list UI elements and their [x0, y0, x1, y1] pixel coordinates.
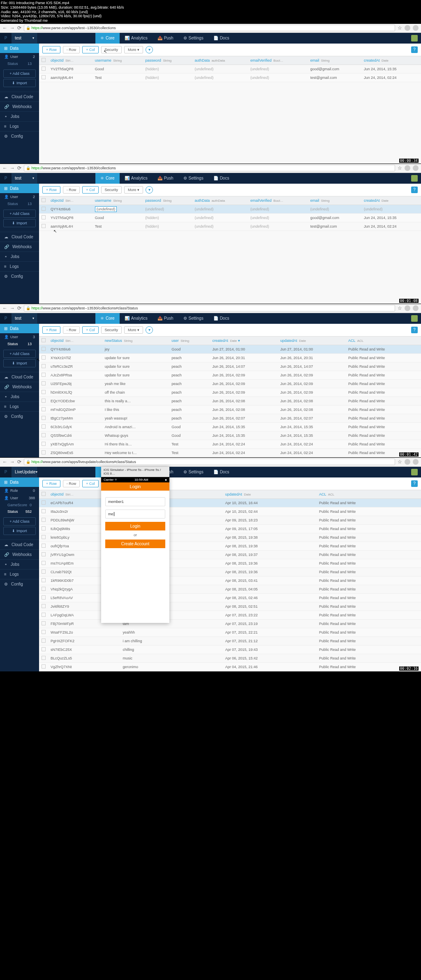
- table-row[interactable]: PDDL89wNjWhelloApr 09, 2015, 18:23Public…: [39, 516, 421, 524]
- col-header-emailVerified[interactable]: emailVerified Bool…: [248, 196, 308, 205]
- star-icon[interactable]: ☆: [398, 305, 402, 311]
- cell[interactable]: peach: [169, 379, 210, 388]
- col-header-ACL[interactable]: ACL ACL: [346, 337, 421, 345]
- table-row[interactable]: YV2Th5aQP8Good(hidden)(undefined)(undefi…: [39, 213, 421, 222]
- help-icon[interactable]: ?: [411, 327, 418, 333]
- row-checkbox[interactable]: [42, 224, 46, 228]
- row-checkbox[interactable]: [42, 509, 46, 513]
- tab-docs[interactable]: 📄Docs: [208, 33, 234, 44]
- cell[interactable]: update for sure: [102, 362, 169, 371]
- col-header-objectId[interactable]: objectId Stri…: [48, 56, 93, 65]
- cell[interactable]: Apr 08, 2015, 02:46: [223, 593, 317, 602]
- table-row[interactable]: jVRYU1gOwmnnApr 08, 2015, 19:37Public Re…: [39, 550, 421, 559]
- row-checkbox[interactable]: [42, 604, 46, 608]
- tab-settings[interactable]: ⚙Settings: [178, 313, 208, 324]
- col-header-password[interactable]: password String: [143, 196, 192, 205]
- row-checkbox[interactable]: [42, 578, 46, 582]
- cell[interactable]: Test: [93, 222, 143, 231]
- cell[interactable]: Jun 27, 2014, 01:00: [278, 345, 346, 353]
- cell[interactable]: Jun 26, 2014, 02:09: [278, 388, 346, 397]
- user-avatar[interactable]: [411, 175, 418, 182]
- cell[interactable]: peach: [169, 362, 210, 371]
- tab-settings[interactable]: ⚙Settings: [178, 173, 208, 184]
- cell[interactable]: [208, 593, 223, 602]
- sidebar-item-user[interactable]: 👤User388: [0, 494, 39, 502]
- row-checkbox[interactable]: [42, 518, 46, 522]
- cell[interactable]: Public Read and Write: [346, 405, 421, 414]
- tab-core[interactable]: ⚛Core: [95, 33, 120, 44]
- cell[interactable]: VgZhrQ7XNt: [48, 662, 120, 671]
- cell[interactable]: Android is amazi…: [102, 422, 169, 431]
- col-header-username[interactable]: username String: [93, 56, 143, 65]
- cell[interactable]: tBgCz7peMm: [48, 414, 102, 422]
- cell[interactable]: [208, 654, 223, 662]
- cell[interactable]: [208, 507, 223, 516]
- cell[interactable]: [208, 516, 223, 524]
- sidebar-sub-gamescore[interactable]: GameScore0: [0, 502, 39, 508]
- cell[interactable]: sN7IEbC25X: [48, 645, 120, 654]
- cell[interactable]: off the chain: [102, 388, 169, 397]
- row-checkbox[interactable]: [42, 587, 46, 591]
- cell[interactable]: [208, 645, 223, 654]
- create-account-button[interactable]: Create Account: [105, 540, 165, 548]
- cell[interactable]: Apr 07, 2015, 22:21: [223, 628, 317, 636]
- cell[interactable]: Good: [93, 213, 143, 222]
- cell[interactable]: Jun 24, 2014, 02:24: [210, 440, 278, 448]
- cell[interactable]: Public Read and Write: [346, 414, 421, 422]
- col-header-authData[interactable]: authData authData: [192, 56, 248, 65]
- filter-button[interactable]: ▾: [146, 326, 153, 334]
- cell[interactable]: [208, 542, 223, 550]
- cell[interactable]: Public Read and Write: [317, 645, 421, 654]
- cell[interactable]: this is really a…: [102, 397, 169, 405]
- col-header-updatedAt[interactable]: updatedAt Date: [223, 490, 317, 499]
- help-icon[interactable]: ?: [411, 187, 418, 193]
- col-header-createdAt[interactable]: createdAt Date ▾: [210, 337, 278, 345]
- sidebar-nav-jobs[interactable]: ⚬Jobs: [0, 251, 39, 261]
- cell[interactable]: Good: [93, 65, 143, 73]
- cell[interactable]: music: [120, 654, 208, 662]
- sidebar-nav-config[interactable]: ⚙Config: [0, 579, 39, 589]
- table-row[interactable]: hDml0XXLfQoff the chainpeachJun 26, 2014…: [39, 388, 421, 397]
- sidebar-nav-config[interactable]: ⚙Config: [0, 131, 39, 141]
- sidebar-nav-webhooks[interactable]: 🔗Webhooks: [0, 242, 39, 251]
- tab-core[interactable]: ⚛Core: [95, 173, 120, 184]
- cell[interactable]: YV2Th5aQP8: [48, 213, 93, 222]
- row-checkbox[interactable]: [42, 552, 46, 556]
- sidebar-item-role[interactable]: 👤Role0: [0, 487, 39, 494]
- table-row[interactable]: mFndGQZ0mPI like thispeachJun 26, 2014, …: [39, 405, 421, 414]
- table-row[interactable]: VgZhrQ7XNtgeronimoApr 04, 2015, 21:46Pub…: [39, 662, 421, 671]
- back-icon[interactable]: ←: [2, 25, 7, 31]
- cell[interactable]: Jun 26, 2014, 02:09: [278, 371, 346, 379]
- help-icon[interactable]: ?: [411, 46, 418, 53]
- login-button[interactable]: Login: [105, 522, 165, 530]
- cell[interactable]: Public Read and Write: [317, 559, 421, 567]
- tab-analytics[interactable]: 📊Analytics: [120, 313, 153, 324]
- row-checkbox[interactable]: [42, 639, 46, 643]
- cell[interactable]: Public Read and Write: [317, 550, 421, 559]
- cell[interactable]: peach: [169, 405, 210, 414]
- cell[interactable]: (undefined): [192, 213, 248, 222]
- cell[interactable]: Apr 10, 2015, 02:44: [223, 507, 317, 516]
- row-checkbox[interactable]: [42, 500, 46, 505]
- cell[interactable]: Apr 08, 2015, 19:38: [223, 542, 317, 550]
- cell[interactable]: Public Read and Write: [317, 576, 421, 585]
- row-checkbox[interactable]: [42, 373, 46, 377]
- col-header-hidden[interactable]: [208, 490, 223, 499]
- cell[interactable]: Apr 09, 2015, 17:05: [223, 524, 317, 533]
- help-icon[interactable]: ?: [411, 480, 418, 487]
- cell[interactable]: Good: [169, 422, 210, 431]
- add-class-button[interactable]: + Add Class: [3, 210, 36, 218]
- table-row[interactable]: QSSf9wCd4iWhatsup guysGoodJun 24, 2014, …: [39, 431, 421, 440]
- cell[interactable]: jey: [102, 345, 169, 353]
- cell[interactable]: Public Read and Write: [346, 440, 421, 448]
- add-col-button[interactable]: + Col: [82, 186, 98, 194]
- select-all-checkbox[interactable]: [42, 338, 46, 342]
- col-header-ACL[interactable]: ACL ACL: [317, 490, 421, 499]
- cell[interactable]: Test: [169, 440, 210, 448]
- sidebar-nav-logs[interactable]: ≡Logs: [0, 261, 39, 271]
- table-row[interactable]: ms7rUAp8EmhhhApr 08, 2015, 19:36Public R…: [39, 559, 421, 567]
- back-icon[interactable]: ←: [2, 305, 7, 311]
- cell[interactable]: Jun 27, 2014, 01:00: [210, 345, 278, 353]
- cell[interactable]: Public Read and Write: [346, 422, 421, 431]
- sidebar-nav-logs[interactable]: ≡Logs: [0, 121, 39, 131]
